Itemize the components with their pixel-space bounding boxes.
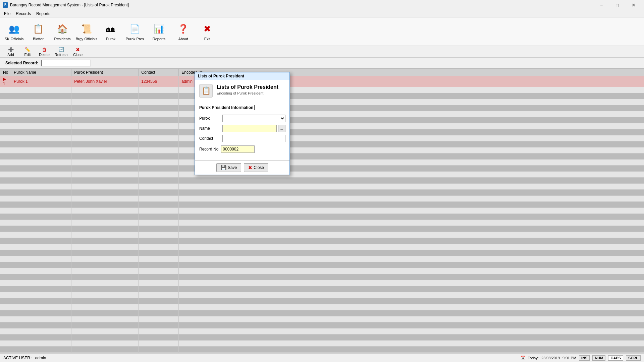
delete-label: Delete — [39, 53, 50, 57]
save-label: Save — [228, 165, 237, 170]
purok-row: Purok Purok 1 Purok 2 — [199, 115, 285, 122]
name-input[interactable] — [222, 125, 277, 132]
modal-close-label: Close — [254, 165, 264, 170]
purok-select[interactable]: Purok 1 Purok 2 — [222, 115, 285, 122]
modal-header-icon: 📋 — [199, 84, 213, 98]
contact-field-label: Contact — [199, 136, 221, 141]
window-title: Barangay Record Management System - [Lis… — [10, 3, 129, 7]
selected-record-label: Selected Record: — [5, 61, 38, 65]
about-icon: ❓ — [176, 22, 190, 36]
close-action-icon: ✖ — [76, 47, 80, 52]
active-user-label: ACTIVE USER : — [3, 356, 33, 360]
delete-icon: 🗑 — [42, 47, 47, 52]
caps-key: CAPS — [608, 355, 623, 361]
exit-label: Exit — [204, 37, 210, 41]
purok-pres-icon: 📄 — [128, 22, 142, 36]
name-field-label: Name — [199, 126, 221, 131]
selected-record-bar: Selected Record: — [0, 58, 644, 68]
edit-icon: ✏️ — [25, 47, 31, 52]
window-controls: − ◻ ✕ — [594, 0, 641, 10]
reports-icon: 📊 — [152, 22, 166, 36]
modal-close-button[interactable]: ✖ Close — [244, 163, 268, 172]
status-left: ACTIVE USER : admin — [3, 356, 46, 360]
save-icon: 💾 — [221, 165, 226, 170]
contact-row: Contact — [199, 135, 285, 142]
main-toolbar: 👥 SK Officials 📋 Blotter 🏠 Residents 📜 B… — [0, 17, 644, 46]
contact-input[interactable] — [222, 135, 285, 142]
blotter-label: Blotter — [33, 37, 44, 41]
toolbar-reports[interactable]: 📊 Reports — [148, 19, 170, 44]
action-toolbar: ➕ Add ✏️ Edit 🗑 Delete 🔄 Refresh ✖ Close — [0, 46, 644, 58]
modal-close-icon: ✖ — [248, 165, 252, 170]
sk-officials-icon: 👥 — [7, 22, 21, 36]
add-button[interactable]: ➕ Add — [3, 47, 19, 57]
name-row: Name ... — [199, 125, 285, 132]
refresh-button[interactable]: 🔄 Refresh — [53, 47, 69, 57]
purok-field-label: Purok — [199, 116, 221, 121]
refresh-label: Refresh — [55, 53, 68, 57]
add-label: Add — [7, 53, 14, 57]
ins-key: INS — [579, 355, 590, 361]
today-label: Today: — [528, 356, 539, 360]
modal-heading: Lists of Purok President — [217, 84, 278, 90]
reports-label: Reports — [153, 37, 166, 41]
modal-title: Lists of Purok President — [198, 74, 244, 78]
toolbar-exit[interactable]: ✖ Exit — [196, 19, 219, 44]
toolbar-purok[interactable]: 🏘 Purok — [99, 19, 122, 44]
modal-overlay: Lists of Purok President 📋 Lists of Puro… — [0, 68, 644, 353]
restore-button[interactable]: ◻ — [610, 0, 625, 10]
menu-bar: File Records Reports — [0, 10, 644, 17]
sk-officials-label: SK Officials — [5, 37, 24, 41]
selected-record-input[interactable] — [41, 60, 91, 66]
record-no-row: Record No 0000002 — [199, 145, 285, 153]
time-value: 9:01 PM — [562, 356, 576, 360]
blotter-icon: 📋 — [32, 22, 45, 36]
exit-icon: ✖ — [201, 22, 214, 36]
menu-records[interactable]: Records — [13, 11, 34, 17]
toolbar-blotter[interactable]: 📋 Blotter — [27, 19, 50, 44]
title-bar: B Barangay Record Management System - [L… — [0, 0, 644, 10]
close-action-label: Close — [73, 53, 83, 57]
browse-button[interactable]: ... — [278, 125, 285, 132]
menu-file[interactable]: File — [1, 11, 13, 17]
edit-label: Edit — [24, 53, 31, 57]
modal-dialog: Lists of Purok President 📋 Lists of Puro… — [195, 72, 290, 175]
modal-section-label: Purok President Information — [199, 105, 285, 111]
residents-label: Residents — [54, 37, 71, 41]
menu-reports[interactable]: Reports — [34, 11, 53, 17]
toolbar-about[interactable]: ❓ About — [172, 19, 195, 44]
save-button[interactable]: 💾 Save — [216, 163, 241, 172]
purok-pres-label: Purok Pres — [126, 37, 144, 41]
main-content: No Purok Name Purok President Contact En… — [0, 68, 644, 353]
add-icon: ➕ — [8, 47, 14, 52]
purok-icon: 🏘 — [104, 22, 117, 36]
refresh-icon: 🔄 — [58, 47, 64, 52]
active-user-value: admin — [35, 356, 46, 360]
date-value: 23/08/2019 — [541, 356, 560, 360]
scrl-key: SCRL — [626, 355, 641, 361]
status-right: 📅 Today: 23/08/2019 9:01 PM INS NUM CAPS… — [521, 355, 641, 361]
brgy-officials-icon: 📜 — [80, 22, 93, 36]
edit-button[interactable]: ✏️ Edit — [19, 47, 36, 57]
residents-icon: 🏠 — [56, 22, 69, 36]
close-button[interactable]: ✕ — [626, 0, 641, 10]
modal-header-text: Lists of Purok President Encoding of Pur… — [217, 84, 278, 95]
minimize-button[interactable]: − — [594, 0, 609, 10]
modal-titlebar: Lists of Purok President — [195, 72, 289, 80]
record-no-input[interactable]: 0000002 — [221, 145, 255, 153]
toolbar-purok-pres[interactable]: 📄 Purok Pres — [123, 19, 146, 44]
close-action-button[interactable]: ✖ Close — [70, 47, 86, 57]
calendar-icon: 📅 — [521, 356, 525, 360]
brgy-officials-label: Brgy Officials — [76, 37, 98, 41]
toolbar-sk-officials[interactable]: 👥 SK Officials — [3, 19, 25, 44]
delete-button[interactable]: 🗑 Delete — [36, 47, 52, 57]
about-label: About — [178, 37, 188, 41]
record-no-label: Record No — [199, 147, 218, 152]
status-bar: ACTIVE USER : admin 📅 Today: 23/08/2019 … — [0, 353, 644, 362]
toolbar-brgy-officials[interactable]: 📜 Brgy Officials — [75, 19, 98, 44]
toolbar-residents[interactable]: 🏠 Residents — [51, 19, 74, 44]
modal-header: 📋 Lists of Purok President Encoding of P… — [199, 84, 285, 101]
modal-body: 📋 Lists of Purok President Encoding of P… — [195, 80, 289, 160]
modal-footer: 💾 Save ✖ Close — [195, 160, 289, 175]
purok-label: Purok — [106, 37, 116, 41]
